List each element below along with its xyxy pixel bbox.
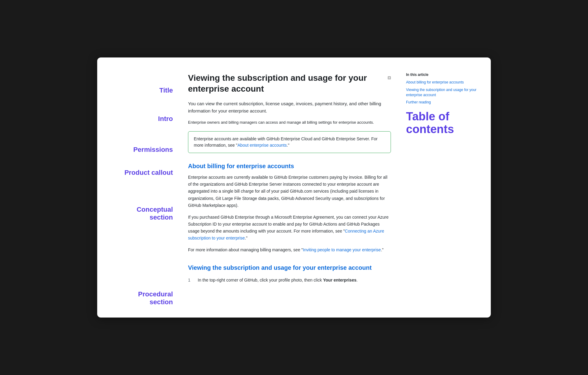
conceptual-section: About billing for enterprise accounts En… bbox=[188, 163, 391, 253]
callout-link[interactable]: About enterprise accounts bbox=[237, 143, 287, 148]
sidebar-toc: In this article About billing for enterp… bbox=[400, 73, 479, 302]
toc-link-3[interactable]: Further reading bbox=[406, 100, 479, 105]
annotation-title: Title bbox=[159, 86, 173, 94]
callout-text: Enterprise accounts are available with G… bbox=[194, 136, 385, 148]
product-callout: Enterprise accounts are available with G… bbox=[188, 131, 391, 153]
conceptual-link2[interactable]: Connecting an Azure subscription to your… bbox=[188, 229, 384, 240]
toc-link-1[interactable]: About billing for enterprise accounts bbox=[406, 80, 479, 85]
toc-link-2[interactable]: Viewing the subscription and usage for y… bbox=[406, 87, 479, 98]
main-window: Title Intro Permissions Product callout … bbox=[97, 57, 491, 318]
toc-big-title: Table of contents bbox=[406, 110, 479, 136]
conceptual-para1: Enterprise accounts are currently availa… bbox=[188, 174, 391, 209]
conceptual-link3[interactable]: Inviting people to manage your enterpris… bbox=[303, 247, 381, 252]
step-number-1: 1 bbox=[188, 277, 193, 283]
conceptual-para2: If you purchased GitHub Enterprise throu… bbox=[188, 214, 391, 242]
step-text-1: In the top-right corner of GitHub, click… bbox=[198, 277, 358, 283]
toc-in-this-article: In this article bbox=[406, 73, 479, 77]
step-item-1: 1 In the top-right corner of GitHub, cli… bbox=[188, 277, 391, 283]
conceptual-heading[interactable]: About billing for enterprise accounts bbox=[188, 163, 391, 170]
step-list: 1 In the top-right corner of GitHub, cli… bbox=[188, 277, 391, 283]
intro-text: You can view the current subscription, l… bbox=[188, 100, 391, 115]
procedural-heading[interactable]: Viewing the subscription and usage for y… bbox=[188, 264, 391, 271]
annotation-product-callout: Product callout bbox=[124, 169, 173, 177]
article-title: Viewing the subscription and usage for y… bbox=[188, 73, 385, 95]
annotation-permissions: Permissions bbox=[133, 146, 173, 154]
annotation-conceptual: Conceptual section bbox=[137, 206, 173, 222]
permissions-text: Enterprise owners and billing managers c… bbox=[188, 119, 391, 126]
annotations-column: Title Intro Permissions Product callout … bbox=[109, 73, 179, 302]
article-header: Viewing the subscription and usage for y… bbox=[188, 73, 391, 95]
annotation-procedural: Procedural section bbox=[138, 290, 173, 306]
conceptual-para3: For more information about managing bill… bbox=[188, 246, 391, 253]
procedural-section: Viewing the subscription and usage for y… bbox=[188, 264, 391, 283]
annotation-intro: Intro bbox=[158, 115, 173, 123]
print-icon[interactable]: ⧈ bbox=[388, 74, 391, 81]
article-content: Viewing the subscription and usage for y… bbox=[179, 73, 400, 302]
